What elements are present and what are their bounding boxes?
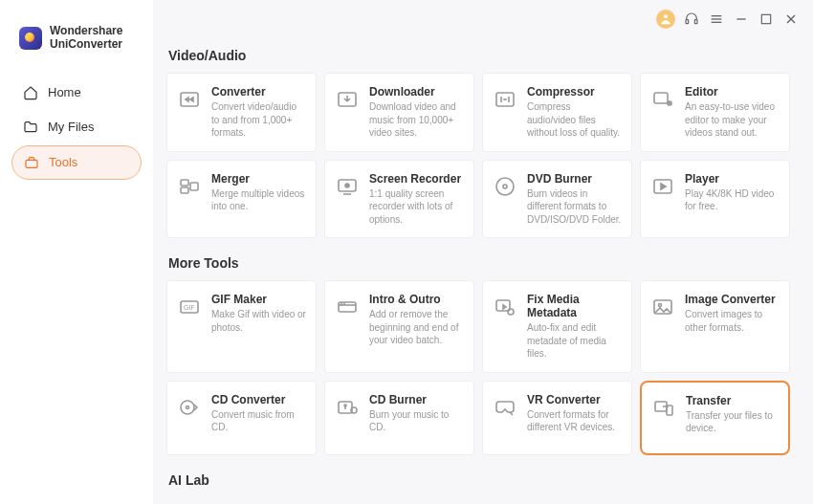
home-icon	[23, 85, 38, 100]
menu-icon[interactable]	[708, 11, 725, 28]
toolbox-icon	[24, 155, 39, 170]
minimize-button[interactable]	[733, 11, 750, 28]
card-compressor[interactable]: CompressorCompress audio/video files wit…	[482, 73, 632, 152]
card-title: CD Burner	[369, 393, 464, 406]
app-name: Wondershare UniConverter	[50, 25, 122, 52]
card-merger[interactable]: MergerMerge multiple videos into one.	[166, 160, 317, 239]
converter-icon	[177, 87, 202, 112]
app-logo: Wondershare UniConverter	[0, 0, 153, 71]
card-desc: Auto-fix and edit metadate of media file…	[527, 321, 622, 361]
sidebar: Wondershare UniConverter Home My Files T…	[0, 0, 153, 504]
section-title-more-tools: More Tools	[168, 255, 790, 271]
card-intro-outro[interactable]: Intro & OutroAdd or remove the beginning…	[324, 280, 474, 373]
card-cd-burner[interactable]: CD BurnerBurn your music to CD.	[324, 381, 474, 455]
svg-point-34	[659, 304, 662, 307]
grid-video-audio: ConverterConvert video/audio to and from…	[166, 73, 790, 238]
gif-icon: GIF	[177, 295, 202, 319]
card-title: Transfer	[686, 394, 779, 407]
card-desc: Add or remove the beginning and end of y…	[369, 308, 464, 347]
svg-point-36	[187, 405, 189, 408]
svg-rect-3	[694, 20, 697, 24]
image-icon	[650, 295, 675, 319]
headset-icon[interactable]	[683, 11, 700, 28]
svg-point-1	[664, 14, 668, 18]
content-scroll[interactable]: Video/Audio ConverterConvert video/audio…	[153, 31, 813, 504]
card-cd-converter[interactable]: CD ConverterConvert music from CD.	[166, 381, 317, 455]
svg-rect-16	[181, 180, 188, 186]
account-icon[interactable]	[656, 10, 675, 29]
svg-point-35	[181, 401, 194, 414]
card-desc: Transfer your files to device.	[686, 409, 779, 435]
card-player[interactable]: PlayerPlay 4K/8K HD video for free.	[640, 160, 790, 239]
card-screen-recorder[interactable]: Screen Recorder1:1 quality screen record…	[324, 160, 474, 239]
screen-recorder-icon	[335, 174, 360, 199]
card-dvd-burner[interactable]: DVD BurnerBurn videos in different forma…	[482, 160, 632, 239]
card-downloader[interactable]: DownloaderDownload video and music from …	[324, 73, 474, 152]
card-desc: Make Gif with video or photos.	[211, 308, 306, 334]
svg-text:GIF: GIF	[184, 304, 195, 311]
svg-rect-2	[686, 20, 689, 24]
svg-point-23	[503, 185, 507, 188]
card-desc: Burn your music to CD.	[369, 408, 464, 434]
card-title: Downloader	[369, 85, 464, 99]
card-gif-maker[interactable]: GIF GIF MakerMake Gif with video or phot…	[166, 280, 317, 373]
card-title: Converter	[211, 85, 306, 99]
card-title: Merger	[211, 172, 306, 186]
card-desc: Compress audio/video files without loss …	[527, 100, 622, 140]
transfer-icon	[651, 396, 676, 421]
main-area: Video/Audio ConverterConvert video/audio…	[153, 0, 813, 504]
card-desc: Play 4K/8K HD video for free.	[685, 187, 780, 213]
grid-more-tools: GIF GIF MakerMake Gif with video or phot…	[166, 280, 790, 455]
titlebar	[153, 0, 813, 31]
card-title: Fix Media Metadata	[527, 293, 622, 319]
folder-icon	[23, 120, 38, 135]
card-desc: Convert music from CD.	[211, 408, 306, 434]
card-title: Editor	[685, 85, 780, 99]
download-icon	[335, 87, 360, 112]
svg-point-22	[496, 178, 514, 195]
compress-icon	[493, 87, 517, 112]
intro-outro-icon	[335, 295, 360, 319]
card-desc: Download video and music from 10,000+ vi…	[369, 100, 464, 140]
card-title: Intro & Outro	[369, 293, 464, 306]
card-fix-metadata[interactable]: Fix Media MetadataAuto-fix and edit meta…	[482, 280, 632, 373]
cd-burn-icon	[335, 395, 360, 420]
card-vr-converter[interactable]: VR ConverterConvert formats for differen…	[482, 381, 632, 455]
cd-convert-icon	[177, 395, 202, 420]
card-image-converter[interactable]: Image ConverterConvert images to other f…	[640, 280, 790, 373]
card-desc: An easy-to-use video editor to make your…	[685, 100, 780, 140]
svg-point-20	[345, 184, 349, 187]
sidebar-item-label: Home	[48, 85, 81, 99]
svg-rect-14	[654, 93, 668, 103]
svg-rect-18	[190, 183, 198, 190]
card-title: Player	[685, 172, 780, 186]
card-desc: Merge multiple videos into one.	[211, 187, 306, 213]
sidebar-nav: Home My Files Tools	[0, 71, 153, 180]
sidebar-item-label: My Files	[48, 120, 94, 134]
section-title-ai-lab: AI Lab	[168, 472, 790, 488]
card-title: Screen Recorder	[369, 172, 464, 186]
maximize-button[interactable]	[758, 11, 775, 28]
card-desc: Burn videos in different formats to DVD/…	[527, 187, 622, 227]
card-title: CD Converter	[211, 393, 306, 406]
svg-point-32	[508, 309, 514, 315]
card-desc: Convert images to other formats.	[685, 308, 780, 334]
card-editor[interactable]: EditorAn easy-to-use video editor to mak…	[640, 73, 790, 152]
metadata-icon	[493, 295, 517, 319]
card-desc: 1:1 quality screen recorder with lots of…	[369, 187, 464, 227]
svg-rect-8	[761, 14, 770, 23]
card-transfer[interactable]: TransferTransfer your files to device.	[640, 381, 790, 455]
dvd-icon	[493, 174, 517, 199]
card-desc: Convert video/audio to and from 1,000+ f…	[211, 100, 306, 140]
editor-icon	[650, 87, 675, 112]
sidebar-item-home[interactable]: Home	[11, 77, 142, 109]
player-icon	[650, 174, 675, 199]
sidebar-item-tools[interactable]: Tools	[11, 145, 142, 180]
sidebar-item-myfiles[interactable]: My Files	[11, 111, 142, 143]
vr-icon	[493, 395, 517, 420]
card-converter[interactable]: ConverterConvert video/audio to and from…	[166, 73, 317, 152]
close-button[interactable]	[782, 11, 800, 28]
merger-icon	[177, 174, 202, 199]
section-title-video-audio: Video/Audio	[168, 48, 790, 63]
svg-rect-0	[26, 160, 37, 167]
